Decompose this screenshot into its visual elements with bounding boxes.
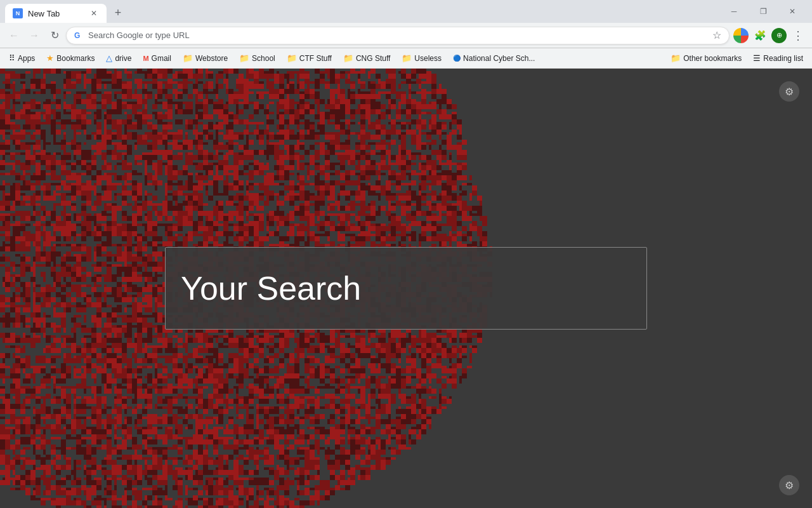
bookmarks-star-icon: ★ [46,53,54,63]
useless-label: Useless [414,54,442,63]
profile-button[interactable] [732,27,750,44]
title-bar: N New Tab ✕ + ─ ❐ ✕ [0,0,812,23]
customize-top-icon: ⚙ [785,86,794,98]
profile-avatar [733,28,749,43]
ctf-folder-icon: 📁 [287,53,297,63]
cng-folder-icon: 📁 [343,53,353,63]
national-cyber-favicon: 🔵 [453,55,461,62]
search-box[interactable]: Your Search [165,247,647,330]
vpn-button[interactable]: ⊕ [770,27,788,44]
tab-close-button[interactable]: ✕ [89,8,99,18]
cng-label: CNG Stuff [356,54,390,63]
apps-label: Apps [18,54,35,63]
bookmark-reading-list[interactable]: ☰ Reading list [748,51,808,65]
tab-favicon: N [13,8,23,18]
ctf-label: CTF Stuff [299,54,332,63]
bookmarks-label: Bookmarks [56,54,95,63]
bookmark-gmail[interactable]: M Gmail [138,51,176,65]
toolbar: ← → ↻ G Search Google or type URL ☆ 🧩 ⊕ … [0,23,812,48]
other-bookmarks-folder-icon: 📁 [671,53,681,63]
google-logo-icon: G [74,31,83,40]
bookmark-national-cyber[interactable]: 🔵 National Cyber Sch... [448,51,540,65]
bookmark-school[interactable]: 📁 School [234,51,280,65]
tab-title: New Tab [28,9,84,18]
toolbar-icons: 🧩 ⊕ ⋮ [732,27,807,44]
bookmark-apps[interactable]: ⠿ Apps [4,51,40,65]
bookmark-star-icon[interactable]: ☆ [712,29,721,41]
school-folder-icon: 📁 [239,53,249,63]
bookmark-other[interactable]: 📁 Other bookmarks [665,51,747,65]
school-label: School [252,54,275,63]
webstore-label: Webstore [195,54,228,63]
bookmark-cng[interactable]: 📁 CNG Stuff [338,51,395,65]
forward-button[interactable]: → [25,27,43,44]
window-controls: ─ ❐ ✕ [719,3,807,20]
gmail-label: Gmail [152,54,171,63]
drive-icon: △ [106,53,112,63]
omnibox-text: Search Google or type URL [88,30,707,40]
omnibox[interactable]: G Search Google or type URL ☆ [66,27,730,44]
apps-icon: ⠿ [9,53,15,63]
reload-button[interactable]: ↻ [46,27,63,44]
webstore-folder-icon: 📁 [183,53,193,63]
bookmark-useless[interactable]: 📁 Useless [396,51,447,65]
gmail-icon: M [143,55,148,62]
reading-list-label: Reading list [763,54,803,63]
vpn-icon: ⊕ [771,28,787,43]
reading-list-icon: ☰ [753,53,761,63]
search-container: Your Search [165,247,647,330]
other-bookmarks-label: Other bookmarks [683,54,742,63]
menu-button[interactable]: ⋮ [789,27,807,44]
customize-button[interactable]: ⚙ [779,475,799,495]
search-label: Your Search [181,269,361,307]
drive-label: drive [115,54,131,63]
page-content: Your Search ⚙ ⚙ [0,69,812,508]
useless-folder-icon: 📁 [402,53,412,63]
customize-icon: ⚙ [785,479,794,491]
national-cyber-label: National Cyber Sch... [463,54,535,63]
customize-button-top[interactable]: ⚙ [779,81,799,102]
restore-button[interactable]: ❐ [749,3,778,20]
bookmark-drive[interactable]: △ drive [101,51,136,65]
extensions-button[interactable]: 🧩 [751,27,769,44]
bookmark-ctf[interactable]: 📁 CTF Stuff [282,51,337,65]
active-tab[interactable]: N New Tab ✕ [5,4,107,23]
minimize-button[interactable]: ─ [719,3,749,20]
menu-icon: ⋮ [792,29,804,43]
back-button[interactable]: ← [5,27,23,44]
bookmark-bookmarks[interactable]: ★ Bookmarks [41,51,100,65]
window-close-button[interactable]: ✕ [778,3,807,20]
bookmarks-bar: ⠿ Apps ★ Bookmarks △ drive M Gmail 📁 Web… [0,48,812,69]
bookmark-webstore[interactable]: 📁 Webstore [178,51,233,65]
new-tab-button[interactable]: + [109,4,127,22]
